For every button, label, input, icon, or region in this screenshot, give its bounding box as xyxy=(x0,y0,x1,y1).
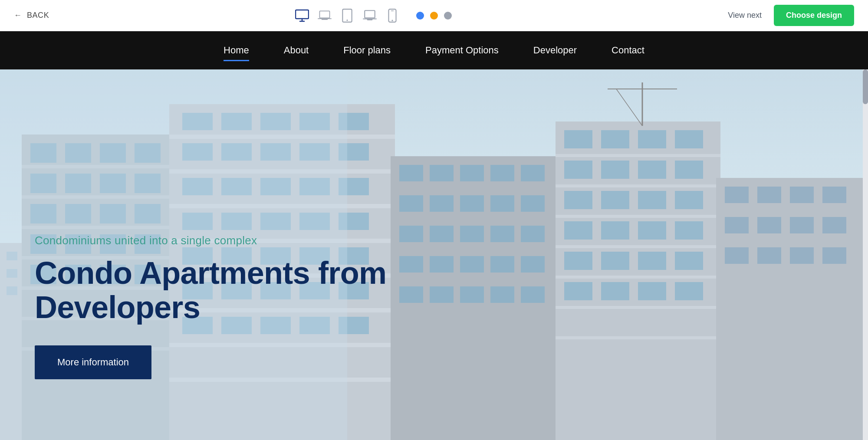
svg-rect-125 xyxy=(638,130,666,148)
svg-rect-136 xyxy=(601,221,629,240)
svg-rect-130 xyxy=(675,161,703,179)
laptop-icon[interactable] xyxy=(318,9,332,23)
svg-rect-153 xyxy=(556,336,720,339)
svg-rect-134 xyxy=(675,191,703,209)
svg-rect-145 xyxy=(638,282,666,300)
svg-rect-148 xyxy=(556,184,720,187)
svg-rect-105 xyxy=(490,195,514,212)
scrollbar[interactable] xyxy=(863,69,868,440)
svg-rect-9 xyxy=(391,10,394,11)
svg-rect-106 xyxy=(521,195,545,212)
svg-rect-101 xyxy=(521,165,545,181)
nav-about[interactable]: About xyxy=(284,41,309,59)
choose-design-button[interactable]: Choose design xyxy=(774,5,854,26)
svg-rect-5 xyxy=(365,10,375,18)
svg-rect-144 xyxy=(601,282,629,300)
svg-rect-0 xyxy=(296,10,309,19)
svg-rect-104 xyxy=(460,195,484,212)
dot-2[interactable] xyxy=(430,12,438,20)
svg-rect-141 xyxy=(638,252,666,270)
hero-section: Condominiums united into a single comple… xyxy=(0,69,868,440)
svg-rect-124 xyxy=(601,130,629,148)
hero-content: Condominiums united into a single comple… xyxy=(35,234,386,379)
svg-rect-116 xyxy=(521,256,545,273)
svg-rect-135 xyxy=(564,221,592,240)
svg-rect-109 xyxy=(460,226,484,242)
dot-3[interactable] xyxy=(444,12,452,20)
svg-rect-157 xyxy=(790,187,814,203)
svg-rect-142 xyxy=(675,252,703,270)
svg-rect-102 xyxy=(399,195,423,212)
desktop-icon[interactable] xyxy=(295,9,309,23)
svg-rect-149 xyxy=(556,215,720,218)
svg-rect-119 xyxy=(460,286,484,303)
scrollbar-thumb[interactable] xyxy=(863,69,868,104)
mobile-icon[interactable] xyxy=(385,9,399,23)
svg-rect-121 xyxy=(521,286,545,303)
svg-rect-1 xyxy=(319,11,329,18)
nav-developer[interactable]: Developer xyxy=(533,41,577,59)
svg-rect-111 xyxy=(521,226,545,242)
back-button[interactable]: ← BACK xyxy=(14,11,49,20)
svg-rect-150 xyxy=(556,245,720,248)
svg-rect-158 xyxy=(822,187,846,203)
svg-rect-128 xyxy=(601,161,629,179)
svg-rect-132 xyxy=(601,191,629,209)
svg-rect-159 xyxy=(725,217,749,233)
svg-rect-126 xyxy=(675,130,703,148)
svg-rect-97 xyxy=(399,165,423,181)
svg-rect-2 xyxy=(322,19,328,20)
svg-rect-108 xyxy=(430,226,454,242)
svg-rect-114 xyxy=(460,256,484,273)
svg-point-8 xyxy=(391,20,393,21)
svg-rect-100 xyxy=(490,165,514,181)
svg-rect-160 xyxy=(757,217,781,233)
svg-rect-123 xyxy=(564,130,592,148)
svg-rect-162 xyxy=(822,217,846,233)
svg-rect-151 xyxy=(556,276,720,279)
svg-rect-112 xyxy=(399,256,423,273)
svg-rect-152 xyxy=(556,306,720,309)
svg-rect-118 xyxy=(430,286,454,303)
nav-floor-plans[interactable]: Floor plans xyxy=(343,41,391,59)
preview-area: Home About Floor plans Payment Options D… xyxy=(0,31,868,440)
back-label: BACK xyxy=(27,11,49,20)
device-selector xyxy=(295,9,399,23)
svg-rect-131 xyxy=(564,191,592,209)
hero-title-line2: Developers xyxy=(35,290,200,325)
toolbar: ← BACK xyxy=(0,0,868,31)
nav-home[interactable]: Home xyxy=(224,41,249,59)
svg-rect-117 xyxy=(399,286,423,303)
svg-rect-120 xyxy=(490,286,514,303)
hero-title-line1: Condo Apartments from xyxy=(35,256,386,290)
svg-rect-133 xyxy=(638,191,666,209)
tablet-icon[interactable] xyxy=(340,9,354,23)
toolbar-actions: View next Choose design xyxy=(728,5,854,26)
hero-title: Condo Apartments from Developers xyxy=(35,256,386,325)
svg-rect-163 xyxy=(725,247,749,264)
svg-rect-115 xyxy=(490,256,514,273)
page-dots xyxy=(416,12,452,20)
site-navbar: Home About Floor plans Payment Options D… xyxy=(0,31,868,69)
svg-rect-140 xyxy=(601,252,629,270)
small-laptop-icon[interactable] xyxy=(363,9,377,23)
svg-rect-137 xyxy=(638,221,666,240)
svg-rect-99 xyxy=(460,165,484,181)
svg-rect-166 xyxy=(822,247,846,264)
svg-rect-165 xyxy=(790,247,814,264)
svg-rect-110 xyxy=(490,226,514,242)
more-information-button[interactable]: More information xyxy=(35,345,151,379)
back-arrow-icon: ← xyxy=(14,11,22,20)
svg-rect-164 xyxy=(757,247,781,264)
svg-rect-6 xyxy=(367,19,373,20)
svg-rect-147 xyxy=(556,154,720,157)
hero-subtitle: Condominiums united into a single comple… xyxy=(35,234,386,247)
dot-1[interactable] xyxy=(416,12,424,20)
svg-rect-138 xyxy=(675,221,703,240)
svg-point-4 xyxy=(346,20,348,21)
nav-payment-options[interactable]: Payment Options xyxy=(425,41,499,59)
svg-rect-113 xyxy=(430,256,454,273)
view-next-button[interactable]: View next xyxy=(728,11,762,20)
nav-contact[interactable]: Contact xyxy=(612,41,644,59)
svg-rect-143 xyxy=(564,282,592,300)
